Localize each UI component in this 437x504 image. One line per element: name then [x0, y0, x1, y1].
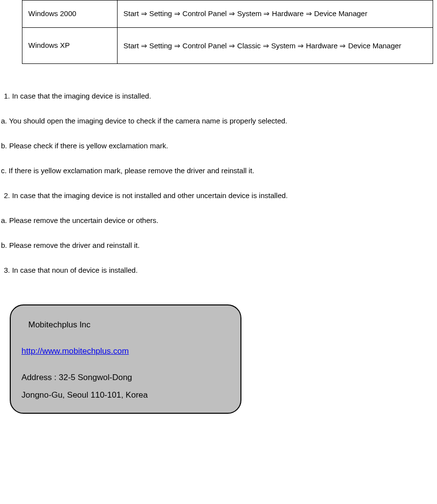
table-row: Windows 2000 Start ⇒ Setting ⇒ Control P… — [22, 0, 433, 28]
instructions-content: 1. In case that the imaging device is in… — [0, 91, 437, 275]
step-heading: 3. In case that noun of device is instal… — [1, 265, 436, 275]
step-item: b. Please remove the driver and reinstal… — [1, 240, 436, 250]
os-cell: Windows 2000 — [22, 0, 118, 28]
os-cell: Windows XP — [22, 27, 118, 64]
company-address-line2: Jongno-Gu, Seoul 110-101, Korea — [21, 390, 230, 400]
step-item: c. If there is yellow exclamation mark, … — [1, 165, 436, 176]
company-address-line1: Address : 32-5 Songwol-Dong — [21, 373, 230, 383]
os-path-table: Windows 2000 Start ⇒ Setting ⇒ Control P… — [22, 0, 433, 64]
step-heading: 1. In case that the imaging device is in… — [1, 91, 436, 101]
path-cell: Start ⇒ Setting ⇒ Control Panel ⇒ Classi… — [118, 27, 433, 64]
company-name: Mobitechplus Inc — [28, 320, 230, 330]
path-cell: Start ⇒ Setting ⇒ Control Panel ⇒ System… — [118, 0, 433, 28]
company-url-link[interactable]: http://www.mobitechplus.com — [21, 346, 129, 356]
table-row: Windows XP Start ⇒ Setting ⇒ Control Pan… — [22, 27, 433, 64]
step-heading: 2. In case that the imaging device is no… — [1, 190, 436, 201]
step-item: a. Please remove the uncertain device or… — [1, 215, 436, 225]
step-item: a. You should open the imaging device to… — [1, 116, 436, 126]
company-info-box: Mobitechplus Inc http://www.mobitechplus… — [10, 304, 241, 414]
os-path-table-wrapper: Windows 2000 Start ⇒ Setting ⇒ Control P… — [22, 0, 433, 64]
step-item: b. Please check if there is yellow excla… — [1, 141, 436, 151]
